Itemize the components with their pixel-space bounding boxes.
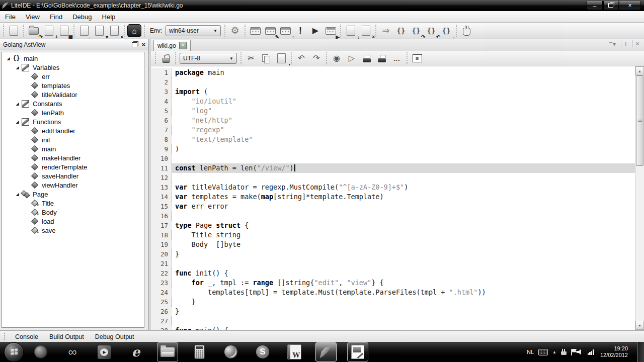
pan-hand-button[interactable]	[459, 24, 473, 38]
split-add-icon[interactable]: +	[621, 40, 630, 47]
encoding-select[interactable]: UTF-8▼	[180, 53, 237, 64]
minimize-button[interactable]: –	[587, 1, 603, 10]
tree-item-Functions[interactable]: ◢Functions	[2, 117, 144, 126]
reload-folder-button[interactable]: ↷	[27, 24, 41, 38]
tree-item-load[interactable]: load	[2, 217, 144, 226]
skype-button[interactable]: S	[252, 342, 273, 361]
firefox-button[interactable]	[220, 342, 242, 361]
env-select[interactable]: win64-user▼	[166, 25, 221, 36]
clock[interactable]: 19:2012/02/2012	[600, 345, 628, 358]
scrollbar-thumb[interactable]: ≡≡	[636, 75, 643, 166]
options-gear-button[interactable]: ⚙	[228, 24, 242, 38]
internet-explorer-button[interactable]: e	[125, 342, 146, 361]
output-tab-console[interactable]: Console	[10, 333, 44, 340]
tree-item-main[interactable]: ◢{}main	[2, 54, 144, 63]
tree-item-renderTemplate[interactable]: renderTemplate	[2, 162, 144, 171]
close-editor-icon[interactable]: ×	[632, 40, 642, 47]
tree-item-Page[interactable]: ◢Page	[2, 190, 144, 199]
save-all-files-button[interactable]: ▣	[57, 24, 71, 38]
expander-icon[interactable]: ◢	[14, 120, 21, 124]
tree-item-titleValidator[interactable]: titleValidator	[2, 90, 144, 99]
fold-end-button[interactable]: {}→	[439, 24, 453, 38]
record-macro-button[interactable]: ◉	[330, 52, 344, 65]
power-plug-icon[interactable]	[561, 349, 567, 355]
copy-button[interactable]	[259, 52, 273, 65]
home-button[interactable]: ⌂	[127, 24, 141, 38]
cut-button[interactable]: ✂	[244, 52, 258, 65]
editor-list-menu-icon[interactable]: ≡▾	[606, 40, 618, 47]
windows-explorer-button[interactable]	[157, 342, 178, 361]
titlebar[interactable]: LiteIDE - E:\Go\GoBoek\code_examples\cha…	[0, 0, 644, 11]
tab-wiki-go[interactable]: wiki.go ×	[153, 40, 191, 51]
print-preview-button[interactable]	[375, 52, 389, 65]
stop-button[interactable]: !	[293, 24, 307, 38]
maximize-button[interactable]	[603, 1, 618, 10]
photo-viewer-button[interactable]	[347, 342, 368, 361]
tree-item-Constants[interactable]: ◢Constants	[2, 99, 144, 108]
tree-item-Variables[interactable]: ◢Variables	[2, 63, 144, 72]
fold-in-button[interactable]: {}↷	[409, 24, 423, 38]
close-panel-icon[interactable]: ×	[141, 41, 145, 48]
scroll-down-icon[interactable]: ▼	[635, 321, 644, 330]
start-button[interactable]	[4, 342, 24, 362]
code-editor[interactable]: 1package main23import (4 "io/ioutil"5 "l…	[151, 66, 635, 330]
run-button[interactable]: ▶	[308, 24, 323, 38]
code-fold-button[interactable]: {}	[394, 24, 408, 38]
volume-icon[interactable]	[577, 349, 583, 355]
goto-line-button[interactable]: ↓	[344, 24, 358, 38]
expander-icon[interactable]: ◢	[14, 102, 21, 106]
network-signal-icon[interactable]	[588, 349, 594, 355]
build-button[interactable]	[248, 24, 262, 38]
build-export-button[interactable]: ↑	[278, 24, 292, 38]
revert-file-button[interactable]: ←	[77, 24, 91, 38]
tree-item-save[interactable]: save	[2, 226, 144, 235]
tree-item-editHandler[interactable]: editHandler	[2, 126, 144, 135]
tree-item-lenPath[interactable]: lenPath	[2, 108, 144, 117]
play-macro-button[interactable]: ▷	[345, 52, 359, 65]
language-indicator[interactable]: NL	[527, 349, 534, 355]
tab-close-icon[interactable]: ×	[179, 42, 187, 49]
redo-button[interactable]: ↷	[309, 52, 324, 65]
tree-item-Body[interactable]: Body	[2, 208, 144, 217]
media-player-button[interactable]: ▶	[94, 342, 115, 361]
tree-item-viewHandler[interactable]: viewHandler	[2, 180, 144, 190]
keyboard-icon[interactable]	[538, 349, 548, 355]
menu-view[interactable]: View	[21, 11, 45, 22]
paste-button[interactable]: ▪	[274, 52, 288, 65]
expression-infinity-button[interactable]: ∞	[62, 342, 83, 361]
output-tab-debug-output[interactable]: Debug Output	[90, 333, 140, 340]
expander-icon[interactable]: ◢	[14, 65, 21, 70]
build-edit-button[interactable]: ✎	[263, 24, 277, 38]
calculator-button[interactable]	[189, 342, 210, 361]
show-hidden-icon[interactable]: ▲	[552, 350, 556, 354]
show-desktop-button[interactable]	[637, 342, 644, 362]
run-file-button[interactable]: ▶	[324, 24, 338, 38]
tree-item-main[interactable]: main	[2, 144, 144, 153]
liteide-button[interactable]	[315, 342, 337, 361]
editor-scrollbar[interactable]: ▲ ≡≡ ▼	[635, 66, 644, 330]
scroll-up-icon[interactable]: ▲	[635, 66, 644, 75]
fold-out-button[interactable]: {}↶	[424, 24, 438, 38]
expander-icon[interactable]: ◢	[5, 56, 12, 61]
close-all-button[interactable]: ×	[359, 24, 373, 38]
expander-icon[interactable]: ◢	[14, 192, 21, 197]
menu-file[interactable]: File	[0, 11, 21, 22]
action-center-flag-icon[interactable]	[571, 349, 572, 355]
output-tab-build-output[interactable]: Build Output	[44, 333, 90, 340]
close-button[interactable]: ×	[619, 1, 641, 10]
edit-list-button[interactable]: ≡	[410, 52, 424, 65]
save-file-button[interactable]: ▾	[92, 24, 106, 38]
tree-item-templates[interactable]: templates	[2, 81, 144, 90]
jump-to-button[interactable]: ⇒	[379, 24, 393, 38]
lock-file-button[interactable]	[158, 52, 173, 65]
new-file-button[interactable]	[7, 24, 21, 38]
menu-find[interactable]: Find	[45, 11, 67, 22]
more-button[interactable]: ...	[390, 52, 404, 65]
tree-item-err[interactable]: err	[2, 72, 144, 81]
tree-item-saveHandler[interactable]: saveHandler	[2, 171, 144, 180]
menu-debug[interactable]: Debug	[67, 11, 97, 22]
word-button[interactable]: W	[284, 342, 305, 361]
tree-item-Title[interactable]: Title	[2, 199, 144, 208]
copy-file-button[interactable]: +	[42, 24, 56, 38]
undo-button[interactable]: ↶	[294, 52, 308, 65]
